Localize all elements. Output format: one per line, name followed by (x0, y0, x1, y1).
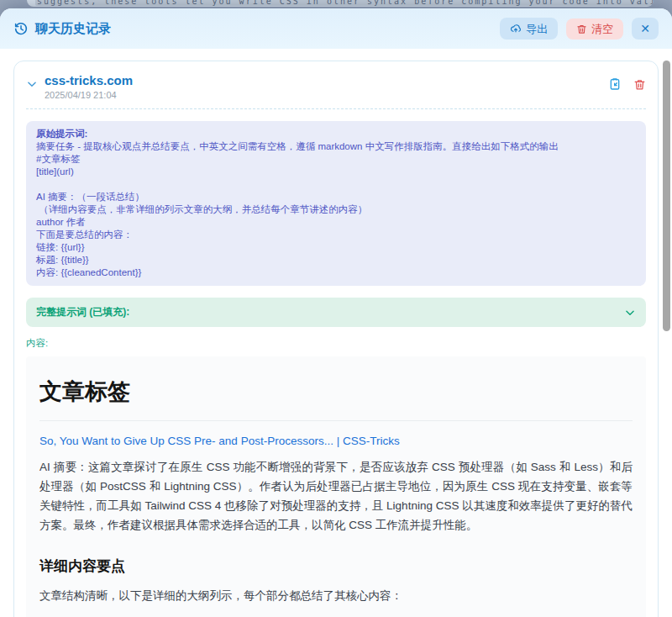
article-content: 文章标签 So, You Want to Give Up CSS Pre- an… (26, 356, 646, 617)
modal-header: 聊天历史记录 导出 清空 (0, 8, 672, 49)
entry-title[interactable]: css-tricks.com (45, 73, 601, 87)
entry-header: css-tricks.com 2025/04/19 21:04 (26, 73, 646, 100)
background-code-block: suggests, these tools let you write CSS … (27, 0, 654, 7)
content-label: 内容: (26, 337, 646, 350)
clear-button-label: 清空 (591, 24, 613, 34)
modal-body: css-tricks.com 2025/04/19 21:04 (0, 49, 672, 617)
article-summary: AI 摘要：这篇文章探讨了在原生 CSS 功能不断增强的背景下，是否应该放弃 C… (39, 457, 633, 535)
article-section-heading: 详细内容要点 (39, 556, 633, 576)
prompt-line: AI 摘要：（一段话总结） (36, 191, 636, 203)
original-prompt-label: 原始提示词: (36, 128, 636, 140)
article-section-intro: 文章结构清晰，以下是详细的大纲列示，每个部分都总结了其核心内容： (39, 586, 633, 605)
chat-history-modal: 聊天历史记录 导出 清空 (0, 8, 672, 617)
export-button[interactable]: 导出 (500, 18, 558, 40)
history-clock-icon (13, 21, 29, 36)
vertical-scrollbar-thumb[interactable] (663, 61, 670, 331)
full-prompt-label: 完整提示词 (已填充): (36, 305, 129, 319)
prompt-line: [title](url) (36, 166, 636, 178)
cloud-upload-icon (510, 23, 522, 34)
modal-header-left: 聊天历史记录 (13, 21, 111, 37)
trash-icon (576, 24, 587, 34)
prompt-line: （详细内容要点，非常详细的列示文章的大纲，并总结每个章节讲述的内容） (36, 203, 636, 216)
original-prompt-box: 原始提示词: 摘要任务 - 提取核心观点并总结要点，中英文之间需有空格，遵循 m… (26, 121, 646, 286)
prompt-line: 摘要任务 - 提取核心观点并总结要点，中英文之间需有空格，遵循 markdown… (36, 140, 636, 153)
divider (26, 108, 646, 109)
entry-title-group: css-tricks.com 2025/04/19 21:04 (45, 73, 601, 100)
chevron-down-icon[interactable] (26, 78, 38, 90)
export-button-label: 导出 (526, 24, 548, 34)
delete-entry-icon[interactable] (633, 78, 646, 91)
modal-header-actions: 导出 清空 ✕ (500, 18, 659, 40)
prompt-line: 内容: {{cleanedContent}} (36, 266, 636, 279)
article-source-link[interactable]: So, You Want to Give Up CSS Pre- and Pos… (39, 435, 633, 447)
article-heading: 文章标签 (39, 377, 633, 421)
history-entry-card: css-tricks.com 2025/04/19 21:04 (13, 61, 659, 617)
prompt-line (36, 178, 636, 191)
prompt-line: 标题: {{title}} (36, 254, 636, 266)
prompt-line: 下面是要总结的内容： (36, 229, 636, 241)
modal-title: 聊天历史记录 (35, 21, 111, 37)
copy-export-icon[interactable] (608, 77, 622, 91)
clear-button[interactable]: 清空 (566, 18, 623, 40)
entry-timestamp: 2025/04/19 21:04 (45, 90, 601, 100)
full-prompt-toggle[interactable]: 完整提示词 (已填充): (26, 298, 646, 327)
prompt-line: 链接: {{url}} (36, 241, 636, 254)
prompt-line: author 作者 (36, 216, 636, 229)
close-button[interactable]: ✕ (632, 18, 659, 40)
prompt-line: #文章标签 (36, 153, 636, 166)
chevron-down-icon (624, 307, 636, 319)
entry-actions (608, 77, 646, 91)
background-code-text: suggests, these tools let you write CSS … (35, 0, 654, 6)
close-icon: ✕ (640, 23, 650, 34)
